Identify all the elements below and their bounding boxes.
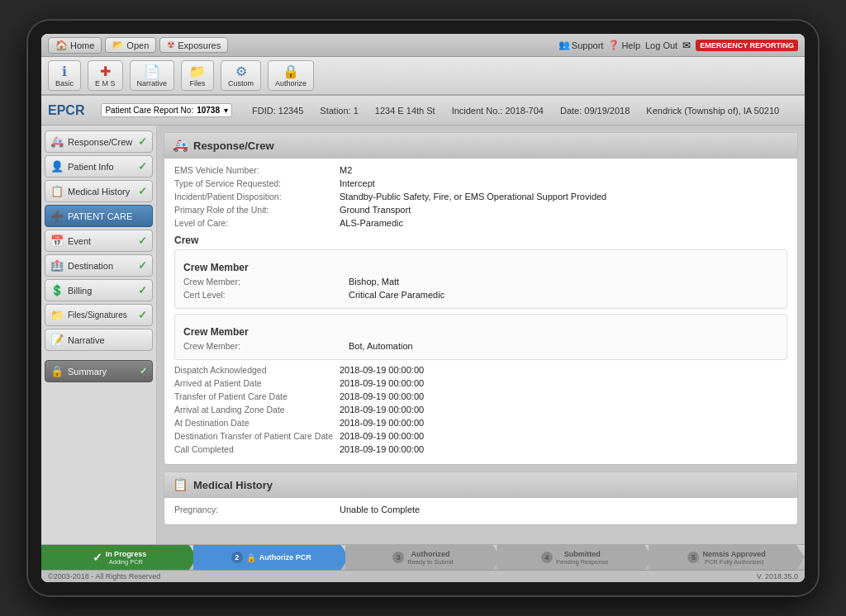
ems-button[interactable]: ✚ E M S xyxy=(88,60,123,91)
files-icon: 📁 xyxy=(189,64,206,79)
crew1-name-label: Crew Member: xyxy=(183,277,349,287)
step-nemsis: 5 Nemsis Approved PCR Fully Authorized xyxy=(649,545,805,570)
support-label: Support xyxy=(572,40,604,50)
crew-member-block-1: Crew Member Crew Member: Bishop, Matt Ce… xyxy=(174,249,787,309)
narrative-side-icon: 📝 xyxy=(50,334,64,346)
event-icon: 📅 xyxy=(50,235,64,247)
pcr-number: 10738 xyxy=(197,106,220,115)
step-in-progress[interactable]: ✓ In Progress Adding PCR xyxy=(41,545,197,570)
content-area: 🚑 Response/Crew EMS Vehicle Number: M2 T… xyxy=(157,126,805,544)
pcr-label: Patient Care Report No: xyxy=(105,106,193,115)
sidebar-item-billing[interactable]: 💲 Billing ✓ xyxy=(45,279,153,301)
ems-label: E M S xyxy=(95,79,116,88)
narrative-button[interactable]: 📄 Narrative xyxy=(130,60,175,91)
sidebar-label-event: Event xyxy=(68,236,91,246)
files-sig-icon: 📁 xyxy=(50,309,64,321)
support-button[interactable]: 👥 Support xyxy=(558,40,604,50)
pcr-selector[interactable]: Patient Care Report No: 10738 ▾ xyxy=(101,103,232,117)
crew1-cert-row: Cert Level: Critical Care Paramedic xyxy=(183,290,778,300)
location-value: Kendrick (Township of), IA 50210 xyxy=(646,106,779,116)
home-button[interactable]: 🏠 Home xyxy=(48,37,102,54)
call-completed-value: 2018-09-19 00:00:00 xyxy=(340,444,424,454)
crew2-name-label: Crew Member: xyxy=(183,341,349,351)
narrative-icon: 📄 xyxy=(144,64,160,79)
patient-care-icon: ➕ xyxy=(50,210,64,222)
logout-button[interactable]: Log Out xyxy=(645,40,677,50)
help-button[interactable]: ❓ Help xyxy=(608,40,640,50)
dest-transfer-label: Destination Transfer of Patient Care Dat… xyxy=(174,431,340,441)
sidebar: 🚑 Response/Crew ✓ 👤 Patient Info ✓ 📋 xyxy=(41,126,157,544)
medical-history-check: ✓ xyxy=(138,185,147,197)
sidebar-label-response-crew: Response/Crew xyxy=(68,137,132,147)
sidebar-label-destination: Destination xyxy=(68,261,113,271)
timestamp-row-4: Arrival at Landing Zone Date 2018-09-19 … xyxy=(174,405,787,415)
sidebar-label-summary: Summary xyxy=(68,367,107,377)
epcr-header: EPCR Patient Care Report No: 10738 ▾ FDI… xyxy=(41,96,805,126)
crew-member-label-1: Crew Member xyxy=(183,262,778,273)
destination-icon: 🏥 xyxy=(50,259,64,272)
sidebar-item-response-crew[interactable]: 🚑 Response/Crew ✓ xyxy=(45,130,153,153)
pregnancy-label: Pregnancy: xyxy=(174,505,340,514)
call-completed-label: Call Completed xyxy=(174,444,340,454)
exposures-button[interactable]: ☢ Exposures xyxy=(159,37,228,53)
role-value: Ground Transport xyxy=(340,205,411,215)
copyright-text: ©2003-2018 - All Rights Reserved xyxy=(48,572,160,580)
station-value: Station: 1 xyxy=(320,106,358,116)
timestamp-row-1: Dispatch Acknowledged 2018-09-19 00:00:0… xyxy=(174,365,787,375)
dropdown-icon[interactable]: ▾ xyxy=(224,106,228,115)
sidebar-item-patient-info[interactable]: 👤 Patient Info ✓ xyxy=(45,155,153,178)
sidebar-item-patient-care[interactable]: ➕ PATIENT CARE xyxy=(45,205,153,227)
info-row: Type of Service Requested: Intercept xyxy=(174,178,787,188)
disposition-label: Incident/Patient Disposition: xyxy=(174,192,340,201)
narrative-label: Narrative xyxy=(137,79,168,88)
bottom-bar: ©2003-2018 - All Rights Reserved V. 2018… xyxy=(41,570,805,582)
step-authorize[interactable]: 2 🔒 Authorize PCR xyxy=(193,545,349,570)
sidebar-item-medical-history[interactable]: 📋 Medical History ✓ xyxy=(45,180,153,202)
open-button[interactable]: 📂 Open xyxy=(105,37,156,53)
sidebar-label-narrative: Narrative xyxy=(68,335,105,345)
authorize-button[interactable]: 🔒 Authorize xyxy=(268,60,314,91)
sidebar-item-files-signatures[interactable]: 📁 Files/Signatures ✓ xyxy=(45,304,153,326)
dest-transfer-value: 2018-09-19 00:00:00 xyxy=(340,431,424,441)
sidebar-item-narrative[interactable]: 📝 Narrative xyxy=(45,329,153,351)
event-check: ✓ xyxy=(138,235,147,247)
step4-main: Submitted xyxy=(564,550,601,558)
response-crew-check: ✓ xyxy=(138,135,147,148)
exposures-label: Exposures xyxy=(178,40,221,50)
landing-label: Arrival at Landing Zone Date xyxy=(174,405,340,415)
crew-title: Crew xyxy=(174,235,787,246)
response-crew-icon: 🚑 xyxy=(50,135,64,148)
step1-sub: Adding PCR xyxy=(109,558,143,566)
patient-info-check: ✓ xyxy=(138,160,147,173)
timestamp-row-7: Call Completed 2018-09-19 00:00:00 xyxy=(174,444,787,454)
destination-date-label: At Destination Date xyxy=(174,418,340,428)
basic-button[interactable]: ℹ Basic xyxy=(48,60,81,91)
home-label: Home xyxy=(70,40,94,50)
sidebar-item-event[interactable]: 📅 Event ✓ xyxy=(45,230,153,252)
custom-label: Custom xyxy=(228,79,254,88)
fdid-value: FDID: 12345 xyxy=(252,106,303,116)
info-icon: ℹ xyxy=(62,64,67,79)
vehicle-label: EMS Vehicle Number: xyxy=(174,165,340,175)
crew1-cert-value: Critical Care Paramedic xyxy=(349,290,444,300)
info-row: Primary Role of the Unit: Ground Transpo… xyxy=(174,205,787,215)
files-button[interactable]: 📁 Files xyxy=(181,60,214,91)
crew1-name-value: Bishop, Matt xyxy=(349,277,399,287)
step1-main: In Progress xyxy=(106,550,147,558)
open-icon: 📂 xyxy=(112,40,124,50)
medical-history-icon: 📋 xyxy=(50,185,64,197)
home-icon: 🏠 xyxy=(55,40,68,51)
ems-icon: ✚ xyxy=(100,64,111,79)
sidebar-item-destination[interactable]: 🏥 Destination ✓ xyxy=(45,254,153,277)
sidebar-item-summary[interactable]: 🔒 Summary ✓ xyxy=(45,360,153,382)
response-crew-header: 🚑 Response/Crew xyxy=(164,133,797,159)
step2-main: Authorize PCR xyxy=(259,553,311,562)
step3-sub: Ready to Submit xyxy=(407,558,453,566)
emergency-logo: EMERGENCY REPORTING xyxy=(696,40,798,51)
custom-button[interactable]: ⚙ Custom xyxy=(221,60,261,91)
crew-member-block-2: Crew Member Crew Member: Bot, Automation xyxy=(174,314,787,360)
sidebar-label-billing: Billing xyxy=(68,286,92,296)
patient-info-icon: 👤 xyxy=(50,160,64,173)
crew-member-label-2: Crew Member xyxy=(183,326,778,338)
crew1-cert-label: Cert Level: xyxy=(183,290,349,300)
